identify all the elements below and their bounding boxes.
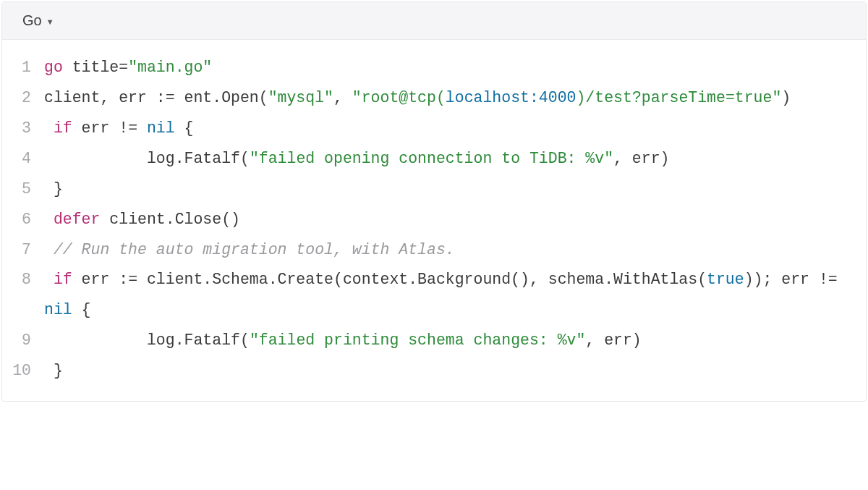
code-content: client, err := ent.Open("mysql", "root@t… bbox=[44, 83, 850, 114]
code-line: 8 if err := client.Schema.Create(context… bbox=[2, 265, 866, 326]
code-line: 7 // Run the auto migration tool, with A… bbox=[2, 235, 866, 266]
code-content: } bbox=[44, 174, 850, 205]
code-line: 10 } bbox=[2, 356, 866, 386]
code-line: 2 client, err := ent.Open("mysql", "root… bbox=[2, 83, 866, 114]
line-number: 10 bbox=[2, 356, 44, 386]
code-line: 4 log.Fatalf("failed opening connection … bbox=[2, 144, 866, 174]
language-selector[interactable]: Go ▼ bbox=[22, 12, 54, 29]
code-line: 6 defer client.Close() bbox=[2, 205, 866, 235]
code-content: log.Fatalf("failed printing schema chang… bbox=[44, 326, 850, 356]
chevron-down-icon: ▼ bbox=[46, 17, 54, 26]
code-line: 1 go title="main.go" bbox=[2, 53, 866, 83]
line-number: 5 bbox=[2, 174, 44, 205]
line-number: 9 bbox=[2, 326, 44, 356]
line-number: 2 bbox=[2, 83, 44, 114]
line-number: 4 bbox=[2, 144, 44, 174]
line-number: 8 bbox=[2, 265, 44, 295]
code-content: } bbox=[44, 356, 850, 386]
line-number: 1 bbox=[2, 53, 44, 83]
code-line: 5 } bbox=[2, 174, 866, 205]
code-line: 3 if err != nil { bbox=[2, 114, 866, 144]
code-content: go title="main.go" bbox=[44, 53, 850, 83]
line-number: 6 bbox=[2, 205, 44, 235]
code-area[interactable]: 1 go title="main.go" 2 client, err := en… bbox=[2, 40, 866, 401]
code-content: if err := client.Schema.Create(context.B… bbox=[44, 265, 850, 326]
code-content: if err != nil { bbox=[44, 114, 850, 144]
line-number: 3 bbox=[2, 114, 44, 144]
line-number: 7 bbox=[2, 235, 44, 266]
code-line: 9 log.Fatalf("failed printing schema cha… bbox=[2, 326, 866, 356]
code-content: // Run the auto migration tool, with Atl… bbox=[44, 235, 850, 266]
code-header: Go ▼ bbox=[2, 2, 866, 40]
code-content: defer client.Close() bbox=[44, 205, 850, 235]
language-label: Go bbox=[22, 12, 42, 29]
code-content: log.Fatalf("failed opening connection to… bbox=[44, 144, 850, 174]
code-block: Go ▼ 1 go title="main.go" 2 client, err … bbox=[1, 1, 867, 402]
